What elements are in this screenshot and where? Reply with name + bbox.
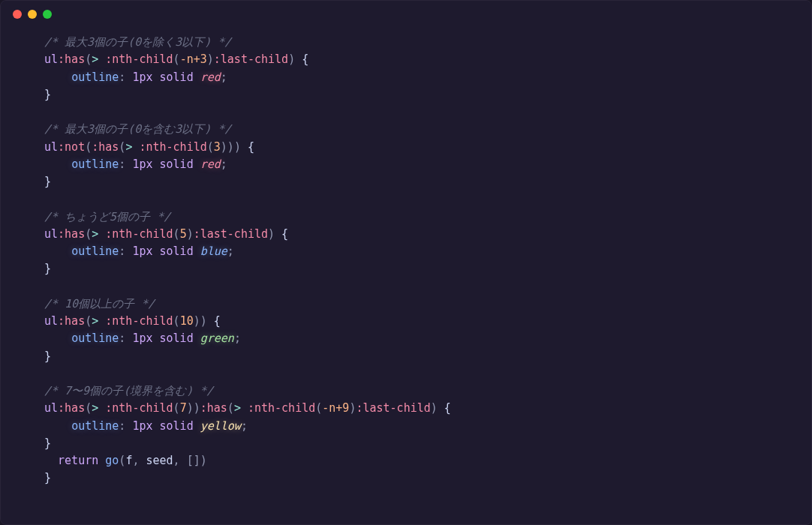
- code-line: }: [44, 173, 796, 190]
- blank-line: [44, 190, 796, 208]
- code-line: /* 最大3個の子(0を除く3以下) */: [44, 34, 796, 51]
- code-line: }: [44, 86, 796, 104]
- blank-line: [44, 278, 796, 296]
- code-line: /* 7〜9個の子(境界を含む) */: [44, 382, 796, 400]
- comment-text: /* 最大3個の子(0を含む3以下) */: [44, 122, 231, 136]
- color-value: red: [200, 158, 221, 171]
- code-line: /* 最大3個の子(0を含む3以下) */: [44, 121, 796, 138]
- code-line: }: [44, 470, 796, 487]
- code-line: ul:has(> :nth-child(-n+3):last-child) {: [44, 51, 796, 68]
- code-line: }: [44, 435, 796, 452]
- color-value: yellow: [200, 419, 241, 433]
- code-line: return go(f, seed, []): [44, 452, 796, 470]
- code-line: ul:has(> :nth-child(10)) {: [44, 313, 796, 330]
- code-line: outline: 1px solid red;: [44, 69, 796, 86]
- code-line: outline: 1px solid green;: [44, 330, 796, 347]
- minimize-icon[interactable]: [28, 10, 37, 19]
- code-line: outline: 1px solid red;: [44, 156, 796, 173]
- color-value: green: [200, 332, 234, 345]
- comment-text: /* 最大3個の子(0を除く3以下) */: [44, 35, 231, 49]
- comment-text: /* 7〜9個の子(境界を含む) */: [44, 384, 213, 398]
- window-titlebar: [1, 1, 811, 28]
- blank-line: [44, 104, 796, 121]
- blank-line: [44, 365, 796, 382]
- comment-text: /* ちょうど5個の子 */: [44, 210, 170, 224]
- code-line: /* 10個以上の子 */: [44, 296, 796, 313]
- code-line: }: [44, 348, 796, 365]
- code-line: ul:has(> :nth-child(5):last-child) {: [44, 226, 796, 243]
- code-line: }: [44, 260, 796, 278]
- code-line: outline: 1px solid yellow;: [44, 418, 796, 435]
- close-icon[interactable]: [13, 10, 22, 19]
- code-line: ul:not(:has(> :nth-child(3))) {: [44, 139, 796, 156]
- code-editor[interactable]: /* 最大3個の子(0を除く3以下) */ ul:has(> :nth-chil…: [1, 28, 811, 502]
- color-value: red: [200, 70, 221, 84]
- comment-text: /* 10個以上の子 */: [44, 297, 155, 310]
- code-line: ul:has(> :nth-child(7)):has(> :nth-child…: [44, 400, 796, 417]
- maximize-icon[interactable]: [43, 10, 52, 19]
- color-value: blue: [200, 244, 227, 258]
- code-window: /* 最大3個の子(0を除く3以下) */ ul:has(> :nth-chil…: [0, 0, 812, 525]
- code-line: outline: 1px solid blue;: [44, 243, 796, 260]
- code-line: /* ちょうど5個の子 */: [44, 208, 796, 226]
